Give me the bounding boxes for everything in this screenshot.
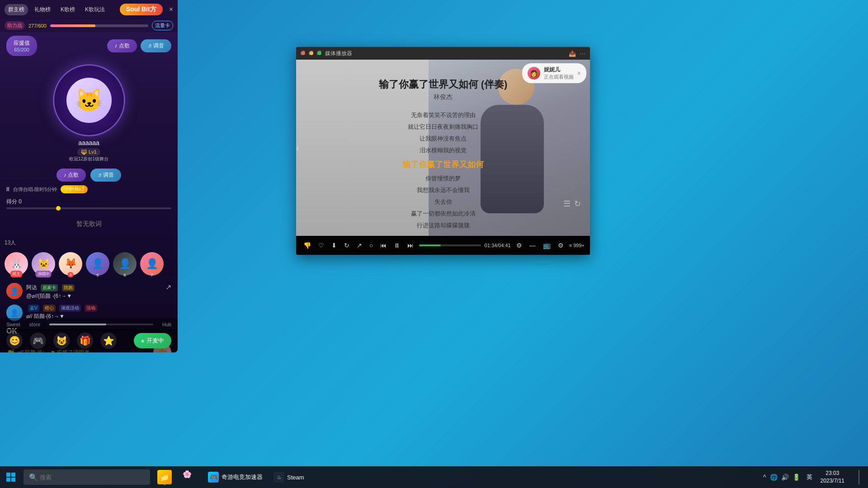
player-play-pause-btn[interactable]: ⏸ [392, 241, 402, 250]
close-button[interactable]: × [169, 5, 173, 14]
player-share-btn[interactable]: ↗ [355, 241, 364, 250]
lyric-10: 行进这路却朦朦胧胧 [296, 220, 590, 231]
lyric-8: 失去你 [296, 196, 590, 208]
taskbar-accelerator[interactable]: 🎮 奇游电竞加速器 [203, 466, 268, 488]
star-icon[interactable]: ⭐ [100, 333, 117, 349]
store-label: store [29, 322, 40, 327]
tab-karaoke-rank[interactable]: K歌榜 [57, 4, 79, 15]
game-icon[interactable]: 🎮 [30, 333, 46, 349]
taskbar-app-flower[interactable]: 🌸 [177, 466, 203, 488]
red-badge: 活动 [85, 305, 97, 312]
player-time: 01:34/04:41 [485, 243, 511, 248]
audience-2[interactable]: 🐱 演唱中 [32, 252, 55, 276]
audience-4[interactable]: 👤 5 [86, 252, 109, 276]
audience-6[interactable]: 👤 7 [140, 252, 164, 276]
flow-card[interactable]: 流量卡 [152, 21, 173, 30]
player-min-btn[interactable] [309, 51, 314, 56]
player-max-btn[interactable] [317, 51, 322, 56]
notif-close-button[interactable]: × [577, 70, 581, 77]
energy-label: 助力战 [5, 21, 25, 30]
taskbar-steam[interactable]: ♨ Steam [268, 466, 310, 488]
player-share-icon[interactable]: 📤 [569, 50, 576, 57]
player-close-btn[interactable] [301, 51, 306, 56]
player-minus-icon[interactable]: ○ [368, 241, 375, 250]
kaichang-label: 开麦中 [146, 337, 164, 345]
tune-btn-2[interactable]: ♬ 调音 [90, 169, 121, 182]
player-bottom-icons: ☰ ↻ [563, 199, 581, 209]
activity-badge: 湖底活动 [59, 305, 81, 312]
notif-status: 正在观看视频 [544, 74, 574, 80]
tray-network-icon[interactable]: 🌐 [770, 474, 778, 481]
notif-content: 妮妮儿 正在观看视频 [544, 66, 574, 80]
player-progress-bar[interactable] [419, 244, 481, 246]
tab-gift-rank[interactable]: 礼物榜 [31, 4, 54, 15]
karaoke-header: 群主榜 礼物榜 K歌榜 K歌玩法 Soul Bit方 × [0, 0, 178, 19]
tray-battery-icon[interactable]: 🔋 [793, 474, 800, 481]
tune-button[interactable]: ♬ 调音 [141, 39, 171, 52]
player-cast-icon[interactable]: 📺 [541, 241, 552, 250]
player-settings-icon[interactable]: ⚙ [556, 241, 566, 250]
share-icon[interactable]: ↗ [165, 283, 171, 291]
tray-chevron[interactable]: ^ [763, 474, 766, 481]
svg-rect-3 [11, 478, 15, 482]
taskbar-clock[interactable]: 23:03 2023/7/11 [815, 469, 850, 485]
player-list-icon[interactable]: ☰ [563, 199, 571, 209]
lyric-6: 你曾憧憬的梦 [296, 173, 590, 184]
song-btn-2[interactable]: ♪ 点歌 [57, 169, 86, 182]
taskbar-search[interactable]: 🔍 [24, 469, 150, 485]
taskbar-language[interactable]: 英 [804, 473, 815, 481]
player-volume-icon[interactable]: — [528, 241, 538, 250]
accelerator-label: 奇游电竞加速器 [222, 473, 263, 481]
lyric-9: 赢了一切都依然如此冷清 [296, 208, 590, 220]
show-desktop-button[interactable] [850, 466, 868, 488]
prev-section-arrow[interactable]: ‹ [296, 143, 299, 153]
accelerator-icon: 🎮 [208, 472, 219, 483]
flower-icon: 🌸 [183, 470, 197, 484]
player-progress-fill [419, 244, 441, 246]
player-quality[interactable]: ≡ 999+ [569, 243, 585, 248]
player-more-icon[interactable]: ⋯ [580, 50, 585, 57]
audience-1[interactable]: 🐰 观主 [5, 252, 28, 276]
response-button[interactable]: 应援值 65/200 [6, 36, 37, 56]
audience-3[interactable]: 🦊 4 [59, 252, 82, 276]
player-prev-btn[interactable]: ⏮ [378, 241, 388, 250]
cat-icon[interactable]: 😺 [53, 333, 70, 349]
response-count: 65/200 [14, 47, 30, 52]
chat-badge-1: 居家卡 [41, 284, 58, 291]
chat-avatar-1: 👤 [6, 283, 23, 299]
gift-icon[interactable]: 🎁 [77, 333, 93, 349]
kaichang-button[interactable]: ● 开麦中 [134, 333, 171, 348]
lyric-7: 我想我永远不会懂我 [296, 184, 590, 196]
player-title: 媒体播放器 [325, 50, 566, 57]
song-request-button[interactable]: ♪ 点歌 [107, 39, 137, 52]
player-content: 输了你赢了世界又如何 (伴奏) 林俊杰 无奈着笑笑不说苦的理由 就让它日日夜夜刺… [296, 60, 590, 236]
player-loop-icon[interactable]: ↻ [342, 241, 351, 250]
player-repeat-icon[interactable]: ↻ [574, 199, 581, 209]
player-heart-icon[interactable]: ♡ [316, 241, 326, 250]
search-input[interactable] [40, 474, 130, 481]
song-artist: 林俊杰 [296, 93, 590, 101]
lyric-3: 让我眼神没有焦点 [296, 133, 590, 145]
player-thumbdown-icon[interactable]: 👎 [302, 241, 313, 250]
soul-logo: Soul Bit方 [120, 4, 163, 15]
player-download-icon[interactable]: ⬇ [330, 241, 339, 250]
audience-status-2: 演唱中 [36, 271, 52, 277]
tab-karaoke-play[interactable]: K歌玩法 [81, 4, 108, 15]
explorer-active-dot [164, 484, 165, 485]
guard-badge: 守护·No.2 [61, 185, 88, 193]
svg-rect-1 [11, 473, 15, 477]
start-button[interactable] [0, 466, 22, 488]
audience-5[interactable]: 👤 6 [113, 252, 137, 276]
energy-progress-bar [50, 24, 148, 27]
media-player: 媒体播放器 📤 ⋯ 输了你赢了世界又如何 (伴奏) 林俊杰 [296, 47, 590, 255]
player-speed-icon[interactable]: ⚙ [514, 241, 524, 250]
lyric-1: 无奈着笑笑不说苦的理由 [296, 109, 590, 121]
mic-section: 应援值 65/200 ♪ 点歌 ♬ 调音 [0, 32, 178, 60]
steam-icon: ♨ [274, 472, 284, 483]
audience-count: 13人 [5, 239, 16, 247]
tab-group-leader[interactable]: 群主榜 [5, 4, 28, 15]
player-next-btn[interactable]: ⏭ [406, 241, 415, 250]
tray-volume-icon[interactable]: 🔊 [781, 474, 789, 481]
taskbar-explorer[interactable]: 📁 [152, 466, 177, 488]
emoji-icon[interactable]: 😊 [6, 333, 23, 349]
